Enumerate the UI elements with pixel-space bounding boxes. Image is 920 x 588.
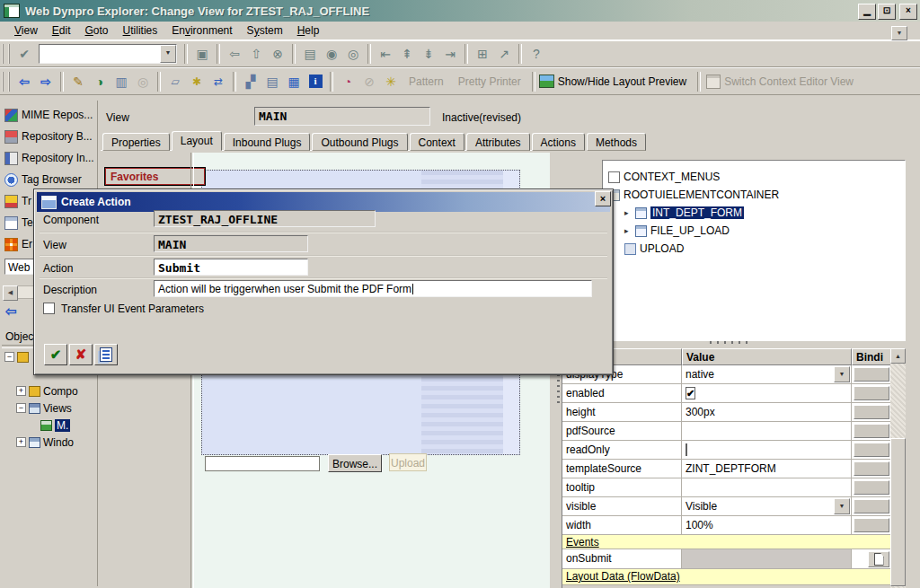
sidebar-button-repository-b-[interactable]: Repository B... [2,126,97,147]
tab-attributes[interactable]: Attributes [466,133,530,151]
ui-tree-item-file_up_load[interactable]: ▸FILE_UP_LOAD [603,222,905,240]
tab-inbound-plugs[interactable]: Inbound Plugs [224,133,311,151]
property-value[interactable]: ZINT_DEPTFORM [682,460,852,478]
pie-chart-button[interactable]: ◔ [337,72,358,92]
binding-button[interactable] [854,461,889,476]
binding-button[interactable] [854,405,889,419]
back-button[interactable]: ⇦ [224,44,245,64]
dropdown-icon[interactable]: ▼ [834,498,850,514]
menu-overflow-button[interactable]: ▼ [891,26,907,40]
sort-button[interactable]: ▤ [261,72,283,92]
property-section-events[interactable]: Events [562,535,891,549]
property-value[interactable]: Visible▼ [682,497,852,515]
last-page-button[interactable]: ⇥ [439,44,461,64]
object-tree-item[interactable]: M. [3,417,96,434]
info-button[interactable]: i [305,72,326,92]
property-grid-scrollbar[interactable]: ▲ [890,348,906,588]
stop-button[interactable]: ⊘ [358,72,380,92]
command-field-input[interactable] [40,45,160,63]
menu-help[interactable]: Help [290,22,327,39]
print-button[interactable]: ▤ [299,44,321,64]
property-value[interactable]: native▼ [682,365,852,383]
scroll-up-icon[interactable]: ▲ [890,348,906,364]
create-shortcut-button[interactable]: ↗ [493,44,515,64]
section-link[interactable]: Layout Data (FlowData) [566,570,680,583]
minimize-button[interactable]: ▁ [858,4,876,20]
dropdown-icon[interactable]: ▼ [834,366,850,382]
ui-tree-item-rootuielementcontainer[interactable]: ROOTUIELEMENTCONTAINER [603,186,905,204]
dialog-confirm-button[interactable]: ✔ [44,344,67,365]
scroll-left-icon[interactable]: ◀ [3,285,18,301]
switch-context-editor-button[interactable]: Switch Context Editor View [724,75,854,88]
display-change-button[interactable]: ◑ [89,72,111,92]
binding-button[interactable] [854,518,889,532]
tree-back-button[interactable]: ⇦ [5,303,17,320]
create-event-handler-button[interactable] [868,551,889,567]
property-value[interactable] [682,549,852,568]
enter-button[interactable]: ✔ [13,44,35,64]
ui-tree-item-upload[interactable]: UPLOAD [603,240,905,258]
menu-environment[interactable]: Environment [164,22,239,39]
file-upload-input[interactable] [205,456,320,471]
menu-view[interactable]: View [7,22,45,39]
activate-button[interactable]: ◎ [132,72,154,92]
command-field[interactable]: ▼ [39,44,177,64]
previous-page-button[interactable]: ⇞ [396,44,418,64]
cancel-button[interactable]: ⊗ [267,44,288,64]
binding-button[interactable] [854,424,889,438]
property-section-layout-data-flowdata-[interactable]: Layout Data (FlowData) [562,569,891,585]
section-link[interactable]: Events [566,536,599,549]
tab-context[interactable]: Context [410,133,464,151]
object-tree-item[interactable]: +Compo [3,382,96,399]
transfer-ui-event-parameters-checkbox[interactable] [43,303,55,314]
sidebar-button-tag-browser[interactable]: Tag Browser [2,169,97,190]
new-session-button[interactable]: ⊞ [472,44,493,64]
object-tree-item[interactable]: +Windo [3,434,96,451]
tree-expander-icon[interactable]: + [16,437,26,447]
find-button[interactable]: ◉ [321,44,342,64]
exit-button[interactable]: ⇧ [245,44,267,64]
save-button[interactable]: ▣ [191,44,213,64]
dialog-action-field[interactable]: Submit [154,259,308,276]
property-checkbox[interactable] [686,443,687,456]
property-value[interactable]: 100% [682,516,852,534]
sidebar-button-repository-in-[interactable]: Repository In... [2,147,97,169]
object-tree-item[interactable]: −Views [3,399,96,417]
tree-expander-icon[interactable]: − [16,403,26,413]
show-hide-layout-preview-button[interactable]: Show/Hide Layout Preview [558,75,686,88]
find-next-button[interactable]: ◎ [342,44,364,64]
menu-utilities[interactable]: Utilities [116,22,165,39]
property-value[interactable] [682,478,852,496]
ui-tree-item-context_menus[interactable]: CONTEXT_MENUS [603,168,905,186]
binding-button[interactable] [854,480,889,495]
tab-actions[interactable]: Actions [532,133,585,151]
first-page-button[interactable]: ⇤ [375,44,396,64]
dialog-close-button[interactable]: × [595,191,611,206]
tab-layout[interactable]: Layout [172,131,222,151]
menu-goto[interactable]: Goto [78,22,116,39]
command-field-dropdown-icon[interactable]: ▼ [160,45,176,63]
sidebar-button-mime-repos-[interactable]: MIME Repos... [2,104,97,126]
dialog-titlebar[interactable]: Create Action [37,192,610,212]
tab-outbound-plugs[interactable]: Outbound Plugs [312,133,407,151]
dialog-copy-button[interactable] [94,344,118,365]
pretty-printer-button[interactable]: Pretty Printer [458,75,521,88]
tab-methods[interactable]: Methods [587,133,646,151]
dialog-cancel-button[interactable]: ✘ [69,344,93,365]
menu-system[interactable]: System [240,22,290,39]
syntax-check-button[interactable]: ✱ [186,72,208,92]
edit-button[interactable]: ✎ [67,72,89,92]
next-page-button[interactable]: ⇟ [418,44,439,64]
pattern-button[interactable]: Pattern [409,75,444,88]
binding-button[interactable] [854,499,889,513]
property-value[interactable]: 300px [682,403,852,421]
binding-button[interactable] [854,367,889,382]
scrollbar-thumb[interactable] [890,438,906,586]
wizard-button[interactable]: ✳ [380,72,402,92]
binding-button[interactable] [854,386,889,400]
help-button[interactable]: ? [526,44,547,64]
where-used-button[interactable]: ⇄ [208,72,229,92]
restore-button[interactable]: ⊡ [878,4,896,20]
tree-expander-icon[interactable]: + [16,386,26,396]
property-checkbox[interactable]: ✔ [686,387,695,399]
